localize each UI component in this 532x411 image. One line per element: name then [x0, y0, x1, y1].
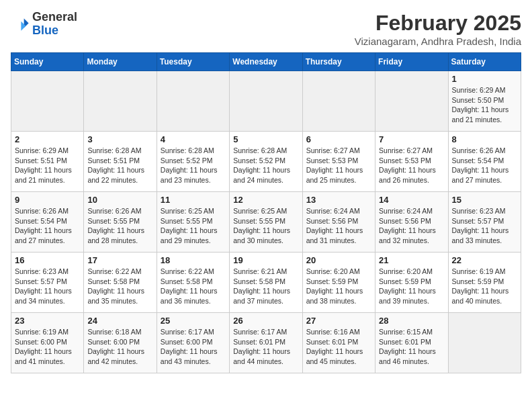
day-number: 11 [161, 195, 226, 205]
day-info: Sunrise: 6:15 AM Sunset: 6:01 PM Dayligh… [379, 327, 444, 367]
day-info: Sunrise: 6:24 AM Sunset: 5:56 PM Dayligh… [306, 206, 371, 246]
calendar-cell [448, 313, 521, 373]
calendar-cell: 16Sunrise: 6:23 AM Sunset: 5:57 PM Dayli… [11, 253, 84, 313]
day-info: Sunrise: 6:26 AM Sunset: 5:54 PM Dayligh… [15, 206, 80, 246]
day-number: 25 [161, 316, 226, 326]
day-info: Sunrise: 6:26 AM Sunset: 5:55 PM Dayligh… [87, 206, 152, 246]
day-info: Sunrise: 6:19 AM Sunset: 5:59 PM Dayligh… [452, 267, 517, 306]
calendar-cell: 20Sunrise: 6:20 AM Sunset: 5:59 PM Dayli… [302, 253, 375, 313]
weekday-header-monday: Monday [84, 53, 157, 71]
calendar-cell: 2Sunrise: 6:29 AM Sunset: 5:51 PM Daylig… [11, 132, 84, 192]
calendar-cell: 5Sunrise: 6:28 AM Sunset: 5:52 PM Daylig… [230, 132, 302, 192]
day-number: 24 [87, 316, 152, 326]
day-number: 27 [306, 316, 371, 326]
logo: General Blue [11, 11, 77, 38]
title-block: February 2025 Vizianagaram, Andhra Prade… [355, 11, 521, 47]
day-info: Sunrise: 6:17 AM Sunset: 6:01 PM Dayligh… [233, 327, 298, 367]
calendar-cell: 26Sunrise: 6:17 AM Sunset: 6:01 PM Dayli… [230, 313, 302, 373]
day-info: Sunrise: 6:29 AM Sunset: 5:50 PM Dayligh… [452, 85, 517, 125]
day-info: Sunrise: 6:26 AM Sunset: 5:54 PM Dayligh… [452, 146, 517, 185]
day-number: 4 [161, 134, 226, 144]
day-number: 7 [379, 134, 444, 144]
day-number: 28 [379, 316, 444, 326]
calendar-cell: 10Sunrise: 6:26 AM Sunset: 5:55 PM Dayli… [84, 192, 157, 253]
day-number: 16 [15, 255, 80, 265]
day-number: 6 [306, 134, 371, 144]
calendar-cell: 24Sunrise: 6:18 AM Sunset: 6:00 PM Dayli… [84, 313, 157, 373]
logo-icon [11, 15, 30, 34]
calendar-cell [157, 71, 229, 132]
calendar-cell: 12Sunrise: 6:25 AM Sunset: 5:55 PM Dayli… [230, 192, 302, 253]
logo-text: General Blue [32, 11, 77, 38]
day-number: 8 [452, 134, 517, 144]
weekday-header-saturday: Saturday [448, 53, 521, 71]
day-info: Sunrise: 6:23 AM Sunset: 5:57 PM Dayligh… [452, 206, 517, 246]
calendar-cell [302, 71, 375, 132]
day-info: Sunrise: 6:24 AM Sunset: 5:56 PM Dayligh… [379, 206, 444, 246]
day-number: 14 [379, 195, 444, 205]
calendar-cell: 19Sunrise: 6:21 AM Sunset: 5:58 PM Dayli… [230, 253, 302, 313]
weekday-header-wednesday: Wednesday [230, 53, 302, 71]
calendar-cell: 15Sunrise: 6:23 AM Sunset: 5:57 PM Dayli… [448, 192, 521, 253]
weekday-header-sunday: Sunday [11, 53, 84, 71]
calendar-cell: 22Sunrise: 6:19 AM Sunset: 5:59 PM Dayli… [448, 253, 521, 313]
calendar-cell: 13Sunrise: 6:24 AM Sunset: 5:56 PM Dayli… [302, 192, 375, 253]
day-info: Sunrise: 6:20 AM Sunset: 5:59 PM Dayligh… [379, 267, 444, 306]
day-info: Sunrise: 6:21 AM Sunset: 5:58 PM Dayligh… [233, 267, 298, 306]
calendar-cell [11, 71, 84, 132]
week-row-5: 23Sunrise: 6:19 AM Sunset: 6:00 PM Dayli… [11, 313, 521, 373]
day-info: Sunrise: 6:27 AM Sunset: 5:53 PM Dayligh… [379, 146, 444, 185]
day-number: 17 [87, 255, 152, 265]
weekday-header-row: SundayMondayTuesdayWednesdayThursdayFrid… [11, 53, 521, 71]
logo-general: General [32, 10, 77, 24]
month-year: February 2025 [355, 11, 521, 36]
day-number: 20 [306, 255, 371, 265]
day-info: Sunrise: 6:25 AM Sunset: 5:55 PM Dayligh… [161, 206, 226, 246]
day-info: Sunrise: 6:22 AM Sunset: 5:58 PM Dayligh… [161, 267, 226, 306]
day-number: 9 [15, 195, 80, 205]
calendar-table: SundayMondayTuesdayWednesdayThursdayFrid… [11, 52, 521, 373]
calendar-cell: 11Sunrise: 6:25 AM Sunset: 5:55 PM Dayli… [157, 192, 229, 253]
page-header: General Blue February 2025 Vizianagaram,… [11, 11, 521, 47]
day-info: Sunrise: 6:28 AM Sunset: 5:52 PM Dayligh… [233, 146, 298, 185]
day-number: 2 [15, 134, 80, 144]
day-number: 13 [306, 195, 371, 205]
day-info: Sunrise: 6:16 AM Sunset: 6:01 PM Dayligh… [306, 327, 371, 367]
calendar-cell: 6Sunrise: 6:27 AM Sunset: 5:53 PM Daylig… [302, 132, 375, 192]
day-number: 22 [452, 255, 517, 265]
day-info: Sunrise: 6:23 AM Sunset: 5:57 PM Dayligh… [15, 267, 80, 306]
calendar-cell [230, 71, 302, 132]
day-info: Sunrise: 6:19 AM Sunset: 6:00 PM Dayligh… [15, 327, 80, 367]
calendar-cell: 1Sunrise: 6:29 AM Sunset: 5:50 PM Daylig… [448, 71, 521, 132]
day-info: Sunrise: 6:29 AM Sunset: 5:51 PM Dayligh… [15, 146, 80, 185]
calendar-cell: 21Sunrise: 6:20 AM Sunset: 5:59 PM Dayli… [375, 253, 448, 313]
day-number: 15 [452, 195, 517, 205]
calendar-cell: 23Sunrise: 6:19 AM Sunset: 6:00 PM Dayli… [11, 313, 84, 373]
day-info: Sunrise: 6:20 AM Sunset: 5:59 PM Dayligh… [306, 267, 371, 306]
calendar-cell: 7Sunrise: 6:27 AM Sunset: 5:53 PM Daylig… [375, 132, 448, 192]
day-number: 1 [452, 74, 517, 84]
day-number: 12 [233, 195, 298, 205]
day-number: 5 [233, 134, 298, 144]
week-row-3: 9Sunrise: 6:26 AM Sunset: 5:54 PM Daylig… [11, 192, 521, 253]
calendar-cell: 18Sunrise: 6:22 AM Sunset: 5:58 PM Dayli… [157, 253, 229, 313]
day-number: 3 [87, 134, 152, 144]
day-number: 18 [161, 255, 226, 265]
calendar-cell: 3Sunrise: 6:28 AM Sunset: 5:51 PM Daylig… [84, 132, 157, 192]
calendar-cell [84, 71, 157, 132]
calendar-cell: 9Sunrise: 6:26 AM Sunset: 5:54 PM Daylig… [11, 192, 84, 253]
day-number: 10 [87, 195, 152, 205]
day-number: 21 [379, 255, 444, 265]
weekday-header-friday: Friday [375, 53, 448, 71]
day-info: Sunrise: 6:27 AM Sunset: 5:53 PM Dayligh… [306, 146, 371, 185]
location: Vizianagaram, Andhra Pradesh, India [355, 36, 521, 47]
weekday-header-tuesday: Tuesday [157, 53, 229, 71]
calendar-cell: 25Sunrise: 6:17 AM Sunset: 6:00 PM Dayli… [157, 313, 229, 373]
week-row-2: 2Sunrise: 6:29 AM Sunset: 5:51 PM Daylig… [11, 132, 521, 192]
day-number: 26 [233, 316, 298, 326]
logo-blue: Blue [32, 24, 58, 37]
calendar-cell: 8Sunrise: 6:26 AM Sunset: 5:54 PM Daylig… [448, 132, 521, 192]
day-info: Sunrise: 6:25 AM Sunset: 5:55 PM Dayligh… [233, 206, 298, 246]
day-info: Sunrise: 6:28 AM Sunset: 5:51 PM Dayligh… [87, 146, 152, 185]
day-info: Sunrise: 6:28 AM Sunset: 5:52 PM Dayligh… [161, 146, 226, 185]
